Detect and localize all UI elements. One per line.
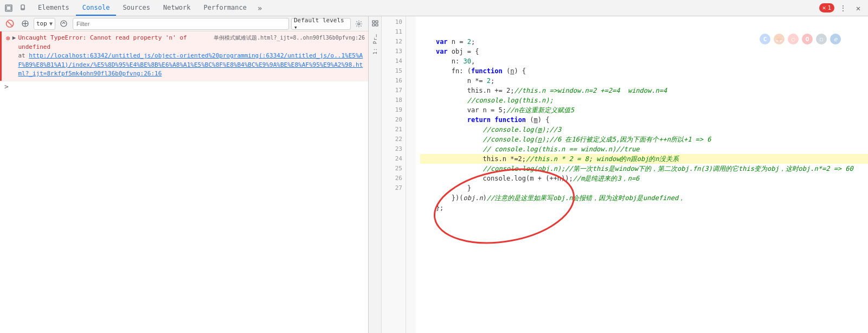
line-num-11: 11 (382, 27, 402, 37)
line-num-21: 21 (382, 125, 402, 135)
sidebar-strip: 1: Pr… (369, 16, 382, 333)
line-num-20: 20 (382, 115, 402, 125)
code-area[interactable]: var n = 2; var obj = { n: 30, fn: (funct… (416, 16, 868, 333)
error-expand-button[interactable]: ▶ (12, 34, 16, 41)
inspect-element-button[interactable] (2, 2, 15, 15)
line-num-13: 13 (382, 47, 402, 56)
breakpoint-25[interactable] (406, 164, 416, 174)
source-panel: 1: Pr… 101112131415161718192021222324252… (369, 16, 868, 333)
tab-elements[interactable]: Elements (31, 0, 76, 16)
breakpoint-23[interactable] (406, 144, 416, 154)
close-circle-icon: ✕ (822, 4, 826, 11)
line-num-17: 17 (382, 86, 402, 95)
svg-point-8 (61, 21, 67, 27)
code-line-23: //console.log(obj.n);//第一次this是window下的，… (420, 164, 868, 174)
toolbar-right: ✕ 1 ⋮ ✕ (819, 2, 868, 15)
tab-network[interactable]: Network (157, 0, 197, 16)
console-messages: ⊗ ▶ 单例模式赋难试题.html?_ijt=8..ohn90fl36b0pfv… (0, 31, 368, 333)
panel-label: 1: Pr… (372, 34, 378, 55)
console-preserve-log-button[interactable] (18, 17, 31, 30)
line-num-25: 25 (382, 164, 402, 174)
console-filter-input-wrapper[interactable] (73, 18, 289, 30)
log-levels-selector[interactable]: Default levels ▾ (291, 18, 351, 30)
breakpoint-26[interactable] (406, 174, 416, 183)
breakpoint-17[interactable] (406, 86, 416, 95)
error-count-badge: 1 (827, 4, 831, 11)
source-main: 1: Pr… 101112131415161718192021222324252… (369, 16, 868, 333)
code-line-15: this.n += 2;//this.n =>window.n=2 +=2=4 … (420, 86, 868, 95)
code-line-19: //console.log(m);//3 (420, 125, 868, 135)
code-line-14: n *= 2; (420, 76, 868, 86)
code-line-24: console.log(m + (++n));//m是纯进来的3，n=6 (420, 174, 868, 183)
tab-performance[interactable]: Performance (197, 0, 253, 16)
console-panel: 🚫 top ▼ (0, 16, 369, 333)
console-filter-bar: 🚫 top ▼ (0, 16, 368, 31)
devtools-close-button[interactable]: ✕ (852, 2, 865, 15)
console-clear-button[interactable]: 🚫 (3, 17, 16, 30)
device-toggle-button[interactable] (16, 2, 29, 15)
code-line-18: return function (m) { (420, 115, 868, 125)
console-settings-button[interactable] (353, 18, 365, 30)
line-numbers: 101112131415161718192021222324252627 (382, 16, 406, 333)
code-line-13: fn: (function (n) { (420, 66, 868, 76)
breakpoint-18[interactable] (406, 95, 416, 105)
code-line-12: n: 30, (420, 56, 868, 66)
code-line-11: var obj = { (420, 47, 868, 56)
svg-point-4 (22, 9, 23, 10)
breakpoint-19[interactable] (406, 105, 416, 115)
error-icon: ⊗ (6, 34, 10, 42)
line-num-15: 15 (382, 66, 402, 76)
line-num-24: 24 (382, 154, 402, 164)
svg-rect-1 (7, 6, 11, 10)
svg-rect-11 (376, 21, 378, 23)
breakpoint-27[interactable] (406, 183, 416, 193)
devtools-toolbar: Elements Console Sources Network Perform… (0, 0, 868, 16)
breakpoint-column (406, 16, 416, 333)
code-line-27: }; (420, 203, 868, 213)
breakpoint-24[interactable] (406, 154, 416, 164)
tab-more-button[interactable]: » (253, 0, 266, 16)
svg-rect-13 (376, 24, 378, 26)
error-content: 单例模式赋难试题.html?_ijt=8..ohn90fl36b0pfvng:2… (18, 34, 365, 79)
line-num-14: 14 (382, 56, 402, 66)
breakpoint-22[interactable] (406, 135, 416, 144)
line-num-18: 18 (382, 95, 402, 105)
devtools-menu-button[interactable]: ⋮ (837, 2, 850, 15)
breakpoint-21[interactable] (406, 125, 416, 135)
prompt-chevron-icon: > (4, 82, 9, 91)
tab-sources[interactable]: Sources (116, 0, 157, 16)
breakpoint-20[interactable] (406, 115, 416, 125)
line-num-19: 19 (382, 105, 402, 115)
svg-rect-2 (21, 5, 24, 10)
line-num-16: 16 (382, 76, 402, 86)
breakpoint-11[interactable] (406, 27, 416, 37)
breakpoint-15[interactable] (406, 66, 416, 76)
breakpoint-10[interactable] (406, 17, 416, 27)
error-location: 单例模式赋难试题.html?_ijt=8..ohn90fl36b0pfvng:2… (214, 34, 365, 42)
file-tree-toggle[interactable] (369, 17, 381, 29)
code-line-16: //console.log(this.n); (420, 95, 868, 105)
breakpoint-13[interactable] (406, 47, 416, 56)
line-num-22: 22 (382, 135, 402, 144)
line-num-23: 23 (382, 144, 402, 154)
line-num-26: 26 (382, 174, 402, 183)
code-line-10: var n = 2; (420, 37, 868, 47)
show-console-button[interactable] (57, 17, 70, 30)
svg-rect-12 (372, 24, 375, 26)
error-link[interactable]: http://localhost:63342/untitled_js/objec… (18, 52, 363, 77)
tab-console[interactable]: Console (76, 0, 117, 16)
line-num-12: 12 (382, 37, 402, 47)
code-line-22: this.n *=2;//this.n * 2 = 8; window的n跟ob… (420, 154, 868, 164)
console-filter-input[interactable] (76, 21, 285, 27)
svg-rect-10 (372, 21, 375, 23)
line-num-10: 10 (382, 17, 402, 27)
context-selector[interactable]: top ▼ (34, 18, 55, 30)
line-num-27: 27 (382, 183, 402, 193)
error-item: ⊗ ▶ 单例模式赋难试题.html?_ijt=8..ohn90fl36b0pfv… (0, 31, 368, 81)
breakpoint-14[interactable] (406, 56, 416, 66)
breakpoint-16[interactable] (406, 76, 416, 86)
code-line-25: } (420, 183, 868, 193)
svg-point-9 (358, 23, 360, 25)
breakpoint-12[interactable] (406, 37, 416, 47)
code-line-26: })(obj.n)//注意的是这里如果写obj.n会报错，因为这时obj是und… (420, 193, 868, 203)
